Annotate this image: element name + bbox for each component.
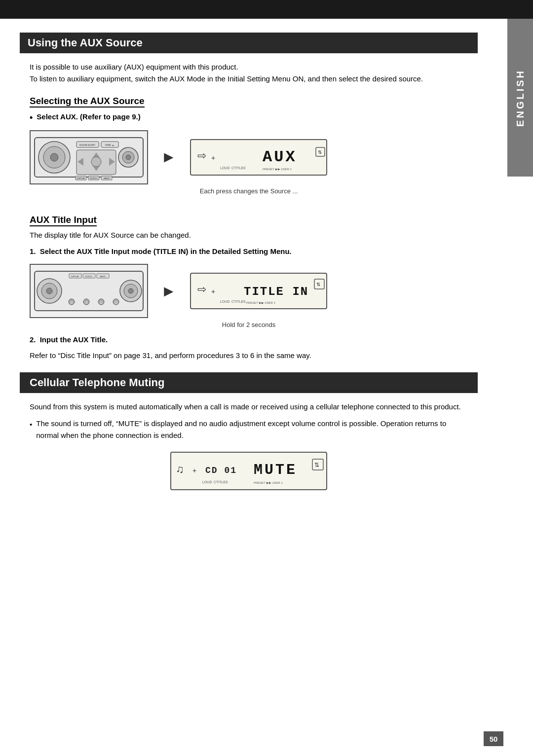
svg-text:DISPLAY: DISPLAY	[77, 177, 85, 180]
side-tab-label: ENGLISH	[515, 69, 526, 127]
aux-title-input-heading: AUX Title Input	[30, 215, 97, 226]
title-in-display-svg: ⇨ + LOUD CTITLES TITLE IN PRESET ▶▶ USER…	[190, 272, 328, 310]
svg-point-3	[50, 153, 58, 161]
arrow-right-2: ►	[161, 282, 177, 300]
svg-text:⇅: ⇅	[318, 149, 322, 155]
title-in-caption: Hold for 2 seconds	[30, 321, 468, 328]
svg-point-22	[126, 155, 131, 160]
aux-source-diagram-row: SOURCE/OFF TAPE ▲	[30, 130, 468, 184]
using-aux-source-title: Using the AUX Source	[28, 36, 470, 49]
cellular-bullet-text: The sound is turned off, “MUTE” is displ…	[36, 418, 468, 441]
svg-text:LOUD: LOUD	[202, 480, 212, 484]
page-number: 50	[484, 731, 503, 746]
title-in-diagram-row: DISPLAY SCROLL BAND ① ① ⊙ Ⓐ	[30, 264, 468, 318]
bullet-symbol: •	[30, 419, 32, 441]
display-screen-aux: ⇨ + LOUD CTITLES AUX PRESET ▶▶ USER 1 ⇅	[190, 139, 328, 176]
device-diagram-2: DISPLAY SCROLL BAND ① ① ⊙ Ⓐ	[30, 264, 148, 318]
step-2-label: 2. Input the AUX Title.	[30, 335, 108, 344]
cellular-header: Cellular Telephone Muting	[20, 372, 478, 393]
svg-point-52	[128, 288, 133, 293]
svg-text:⇨: ⇨	[197, 149, 206, 162]
device-svg-2: DISPLAY SCROLL BAND ① ① ⊙ Ⓐ	[32, 266, 146, 316]
svg-text:BAND: BAND	[104, 177, 109, 180]
svg-text:PRESET ▶▶ USER 1: PRESET ▶▶ USER 1	[263, 168, 292, 171]
svg-text:♫: ♫	[176, 463, 184, 475]
svg-text:⇨: ⇨	[197, 283, 206, 295]
side-tab: ENGLISH	[507, 19, 533, 177]
svg-text:+: +	[192, 467, 196, 474]
svg-text:SCROLL: SCROLL	[85, 275, 93, 278]
svg-text:①: ①	[85, 301, 88, 304]
svg-text:CTITLES: CTITLES	[231, 166, 246, 170]
svg-text:LOUD: LOUD	[220, 300, 229, 303]
svg-text:AUX: AUX	[263, 148, 297, 166]
svg-text:⊙: ⊙	[100, 301, 103, 304]
step-1-text: 1. Select the AUX Title Input mode (TITL…	[30, 247, 292, 255]
cellular-section: Cellular Telephone Muting Sound from thi…	[30, 372, 468, 491]
svg-text:⇅: ⇅	[316, 282, 320, 287]
device-diagram-1: SOURCE/OFF TAPE ▲	[30, 130, 148, 184]
svg-text:TAPE ▲: TAPE ▲	[105, 144, 114, 146]
svg-text:LOUD: LOUD	[220, 166, 229, 170]
svg-point-35	[46, 288, 52, 294]
cellular-heading: Cellular Telephone Muting	[30, 376, 468, 389]
svg-text:⇅: ⇅	[314, 462, 319, 468]
svg-text:Ⓐ: Ⓐ	[114, 301, 118, 304]
main-content: Using the AUX Source It is possible to u…	[0, 19, 507, 521]
device-svg-1: SOURCE/OFF TAPE ▲	[32, 133, 146, 182]
aux-display-svg: ⇨ + LOUD CTITLES AUX PRESET ▶▶ USER 1 ⇅	[190, 139, 328, 176]
intro-text-1: It is possible to use auxiliary (AUX) eq…	[30, 61, 468, 85]
using-aux-source-section: Using the AUX Source It is possible to u…	[30, 33, 468, 85]
selecting-aux-source-heading: Selecting the AUX Source	[30, 96, 145, 108]
svg-text:+: +	[211, 288, 215, 295]
mute-diagram-row: ♫ + LOUD CTITLES CD 01 MUTE PRESET ▶▶ US…	[30, 451, 468, 491]
svg-point-13	[91, 157, 101, 167]
svg-text:SCROLL: SCROLL	[90, 177, 98, 180]
svg-text:TITLE IN: TITLE IN	[244, 285, 308, 298]
step-1: 1. Select the AUX Title Input mode (TITL…	[30, 246, 468, 257]
svg-text:CTITLES: CTITLES	[231, 300, 246, 303]
svg-text:MUTE: MUTE	[254, 462, 297, 478]
svg-text:CTITLES: CTITLES	[214, 480, 228, 484]
display-screen-title-in: ⇨ + LOUD CTITLES TITLE IN PRESET ▶▶ USER…	[190, 272, 328, 310]
aux-source-caption: Each press changes the Source ...	[30, 187, 468, 195]
cellular-bullet: • The sound is turned off, “MUTE” is dis…	[30, 418, 468, 441]
select-aux-bullet: • Select AUX. (Refer to page 9.)	[30, 112, 468, 123]
svg-text:①: ①	[70, 301, 73, 304]
svg-text:+: +	[211, 154, 215, 162]
step-2: 2. Input the AUX Title.	[30, 334, 468, 346]
bullet-dot: •	[30, 112, 33, 123]
cellular-body: Sound from this system is muted automati…	[30, 401, 468, 413]
selecting-aux-source-section: Selecting the AUX Source • Select AUX. (…	[30, 96, 468, 195]
svg-text:DISPLAY: DISPLAY	[71, 275, 79, 278]
svg-text:SOURCE/OFF: SOURCE/OFF	[79, 144, 96, 146]
svg-text:PRESET ▶▶ USER 1: PRESET ▶▶ USER 1	[254, 481, 283, 484]
aux-title-input-section: AUX Title Input The display title for AU…	[30, 206, 468, 361]
step-2-body: Refer to “Disc Title Input” on page 31, …	[30, 350, 468, 361]
aux-title-body: The display title for AUX Source can be …	[30, 229, 468, 241]
svg-text:CD 01: CD 01	[205, 466, 237, 475]
arrow-right-1: ►	[161, 148, 177, 166]
select-aux-label: Select AUX. (Refer to page 9.)	[37, 112, 140, 121]
mute-display-screen: ♫ + LOUD CTITLES CD 01 MUTE PRESET ▶▶ US…	[170, 451, 328, 491]
using-aux-source-header: Using the AUX Source	[20, 33, 478, 53]
top-bar	[0, 0, 533, 19]
svg-text:PRESET ▶▶ USER 1: PRESET ▶▶ USER 1	[246, 301, 276, 304]
svg-text:BAND: BAND	[100, 275, 105, 278]
mute-display-svg: ♫ + LOUD CTITLES CD 01 MUTE PRESET ▶▶ US…	[170, 451, 328, 491]
